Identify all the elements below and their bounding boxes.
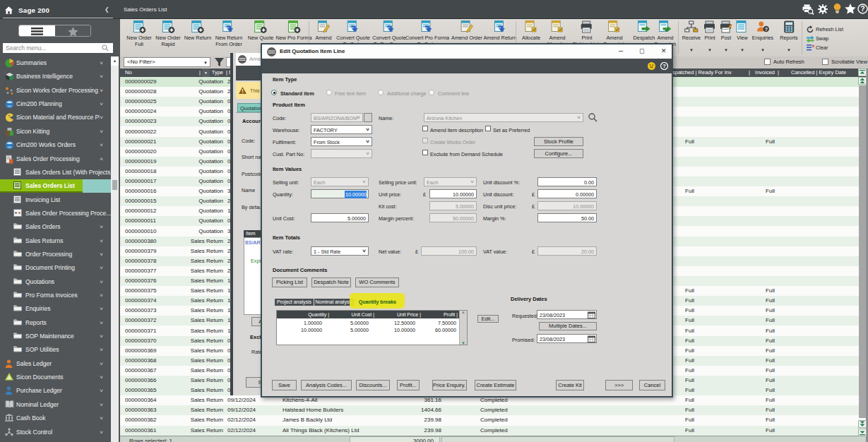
svg-text:?: ?: [860, 5, 864, 13]
svg-text:?: ?: [662, 63, 666, 69]
svg-text:?: ?: [765, 27, 768, 32]
